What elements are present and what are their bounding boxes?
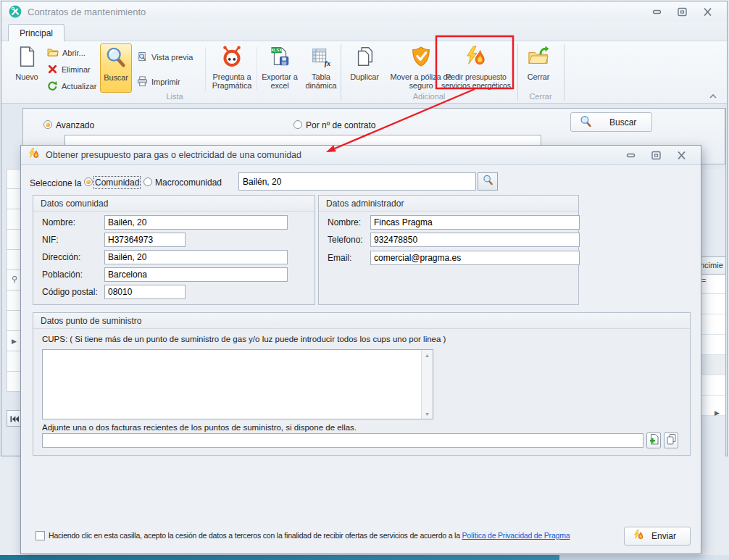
grid-cell[interactable] [7,351,22,372]
panel-buscar-button[interactable]: Buscar [570,112,652,132]
search-icon [580,115,592,130]
grid-cell[interactable] [7,169,22,189]
search-icon [105,46,127,72]
copy-pages-icon [667,434,676,448]
comunidad-direccion-input[interactable] [104,250,288,264]
ribbon-abrir-button[interactable]: Abrir... [47,46,86,60]
ribbon-buscar-button[interactable]: Buscar [100,43,132,93]
grid-row-header-column: ▶ [7,169,22,392]
nif-label: NIF: [42,235,59,245]
window-title: Contratos de mantenimiento [28,7,146,17]
ribbon-tabla-dinamica-button[interactable]: fx Tabla dinámica [302,43,340,93]
ribbon-group-lista: Lista [9,92,341,101]
consent-text: Haciendo clic en esta casilla, acepto la… [49,531,570,540]
grid-filter-cell[interactable]: = [699,275,726,294]
admin-telefono-input[interactable] [370,233,580,247]
consent-checkbox[interactable] [36,531,45,540]
radio-comunidad-label[interactable]: Comunidad [95,177,139,188]
radio-macrocomunidad[interactable] [143,177,152,186]
close-icon[interactable] [699,6,715,17]
ribbon-cerrar-button[interactable]: Cerrar [520,43,557,93]
pivot-table-icon: fx [310,45,332,71]
energy-bolt-flame-icon [465,45,487,71]
ribbon-duplicar-button[interactable]: Duplicar [344,43,385,93]
poblacion-label: Población: [42,269,83,280]
minimize-icon[interactable] [649,6,665,17]
radio-por-contrato-label: Por nº de contrato [306,120,375,130]
comunidad-poblacion-input[interactable] [104,267,288,282]
ribbon-exportar-excel-button[interactable]: XLSX Exportar a excel [259,43,301,93]
ribbon: Nuevo Abrir... Eliminar Actualizar Busca… [1,41,727,104]
grid-cell[interactable] [7,372,22,392]
comunidad-search-button[interactable] [478,172,498,191]
radio-por-contrato[interactable] [293,120,302,129]
admin-nombre-input[interactable] [370,215,580,230]
datos-administrador-title: Datos administrador [319,196,578,212]
minimize-icon[interactable] [622,149,638,161]
grid-cell[interactable] [7,230,22,250]
datos-comunidad-group: Datos comunidad Nombre: NIF: Dirección: … [33,195,315,305]
grid-row[interactable] [699,396,726,416]
printer-icon [137,76,148,88]
radio-macrocomunidad-label: Macrocomunidad [155,177,222,188]
copy-button[interactable] [664,432,678,448]
scroll-up-icon[interactable]: ▲ [422,350,433,360]
seleccione-label: Seleccione la [30,178,81,188]
grid-row[interactable] [699,294,726,314]
grid-row[interactable] [699,314,726,335]
grid-cell[interactable] [7,291,22,311]
cups-textarea[interactable] [42,349,433,419]
ribbon-imprimir-button[interactable]: Imprimir [137,75,180,89]
scroll-down-icon[interactable]: ▼ [422,409,433,419]
new-document-icon [16,45,38,71]
datos-suministro-title: Datos punto de suministro [33,313,690,329]
panel-right-edge [725,108,726,456]
ribbon-group-border [564,44,565,101]
ribbon-pregunta-pragmatica-button[interactable]: Pregunta a Pragmática [208,43,256,93]
app-icon [9,5,22,18]
grid-column-header-vencimiento[interactable]: ncimie [699,256,726,275]
ribbon-nuevo-button[interactable]: Nuevo [9,43,45,93]
grid-current-row-cell[interactable]: ▶ [7,331,22,351]
grid-row[interactable] [699,375,726,396]
grid-cell[interactable] [7,189,22,209]
comunidad-nif-input[interactable] [104,233,186,247]
grid-row[interactable] [699,335,726,355]
enviar-button[interactable]: Enviar [624,527,691,546]
grid-row[interactable] [699,355,726,375]
grid-cell[interactable] [7,250,22,270]
maximize-icon[interactable] [674,6,690,17]
ribbon-actualizar-button[interactable]: Actualizar [47,79,96,93]
radio-comunidad[interactable] [84,177,93,186]
close-icon[interactable] [673,149,689,161]
scroll-right-icon[interactable]: ▶ [715,409,720,417]
refresh-icon [47,80,58,93]
datos-administrador-group: Datos administrador Nombre: Telefono: Em… [318,195,579,305]
grid-cell[interactable] [7,209,22,230]
add-file-button[interactable] [646,432,661,448]
tab-principal[interactable]: Principal [8,24,64,42]
maximize-icon[interactable] [648,149,664,161]
ribbon-collapse-icon[interactable] [709,89,717,102]
pin-icon [11,274,18,287]
comunidad-search-input[interactable] [238,172,476,191]
dialog-window-controls [622,149,693,161]
admin-nombre-label: Nombre: [328,217,361,227]
cups-scrollbar[interactable]: ▲ ▼ [421,350,433,419]
admin-telefono-label: Telefono: [328,235,363,245]
comunidad-cp-input[interactable] [104,285,186,299]
grid-cell[interactable] [7,311,22,331]
close-folder-icon [528,45,549,71]
ribbon-eliminar-button[interactable]: Eliminar [47,62,91,77]
ribbon-vista-previa-button[interactable]: Vista previa [137,50,193,64]
ribbon-pedir-presupuesto-button[interactable]: Pedir presupuesto servicios energéticos [438,43,515,93]
grid-filter-row-cell[interactable] [7,270,22,291]
comunidad-nombre-input[interactable] [104,215,288,230]
admin-email-label: Email: [328,253,351,263]
taskbar-strip [0,555,559,560]
factura-file-input[interactable] [42,433,643,448]
privacy-policy-link[interactable]: Política de Privacidad de Pragma [462,531,570,540]
radio-avanzado[interactable] [43,120,52,129]
admin-email-input[interactable] [370,251,580,265]
ribbon-separator [257,47,257,91]
